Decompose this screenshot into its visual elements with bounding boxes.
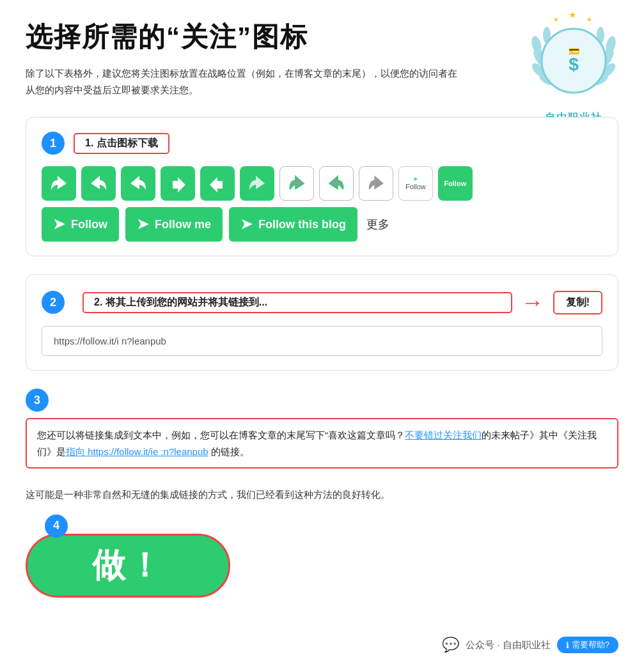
step3-number: 3 — [26, 389, 49, 412]
icon-arrow-1[interactable] — [42, 166, 76, 201]
follow-me-arrow-icon: ➤ — [137, 216, 148, 233]
step4-btn-wrapper: 做！ — [26, 521, 618, 598]
step2-card: 2 2. 将其上传到您的网站并将其链接到... → 复制! https://fo… — [26, 274, 618, 371]
watermark-badge: ★ ★ ★ 💳 $ — [522, 6, 625, 109]
icon-arrow-4[interactable] — [161, 166, 195, 201]
watermark: ★ ★ ★ 💳 $ 自由职业社 ieearn.com — [522, 6, 625, 135]
svg-text:★: ★ — [586, 16, 592, 23]
step3-text-part1: 您还可以将链接集成到文本中，例如，您可以在博客文章的末尾写下“喜欢这篇文章吗？ — [37, 430, 405, 440]
follow-buttons-row: ➤ Follow ➤ Follow me ➤ Follow this blog … — [42, 207, 602, 242]
follow-arrow-icon: ➤ — [53, 216, 65, 233]
help-icon: ℹ — [566, 640, 569, 650]
icon-arrow-5[interactable] — [200, 166, 235, 201]
icon-arrow-3[interactable] — [121, 166, 155, 201]
step2-label: 2. 将其上传到您的网站并将其链接到... — [82, 292, 512, 313]
url-display: https://follow.it/i n?leanpub — [42, 326, 602, 356]
step3-description: 这可能是一种非常自然和无缝的集成链接的方式，我们已经看到这种方法的良好转化。 — [26, 486, 618, 503]
step3-container: 3 您还可以将链接集成到文本中，例如，您可以在博客文章的末尾写下“喜欢这篇文章吗… — [26, 389, 618, 469]
step1-header: 1 1. 点击图标下载 — [42, 132, 602, 155]
step1-card: 1 1. 点击图标下载 — [26, 117, 618, 256]
icon-outline-1[interactable] — [279, 166, 314, 201]
icon-text-follow-2[interactable]: Follow — [438, 166, 473, 201]
svg-text:★: ★ — [553, 16, 559, 23]
follow-blog-button[interactable]: ➤ Follow this blog — [229, 207, 357, 242]
step1-label: 1. 点击图标下载 — [74, 133, 169, 154]
icon-outline-2[interactable] — [319, 166, 354, 201]
step2-number: 2 — [42, 291, 65, 314]
follow-me-button[interactable]: ➤ Follow me — [125, 207, 223, 242]
wechat-icon: 💬 — [442, 637, 459, 653]
svg-text:$: $ — [569, 54, 579, 74]
copy-button[interactable]: 复制! — [553, 291, 602, 314]
icon-arrow-6[interactable] — [240, 166, 274, 201]
icon-arrow-2[interactable] — [81, 166, 116, 201]
help-button[interactable]: ℹ 需要帮助? — [557, 637, 618, 653]
icon-text-follow-1[interactable]: ➤ Follow — [398, 166, 433, 201]
follow-button[interactable]: ➤ Follow — [42, 207, 119, 242]
follow-blog-arrow-icon: ➤ — [240, 216, 252, 233]
wechat-label: 公众号 · 自由职业社 — [466, 639, 551, 651]
step4-number: 4 — [45, 515, 68, 538]
help-label: 需要帮助? — [572, 639, 609, 651]
step3-text-part3: 的链接。 — [208, 446, 249, 457]
svg-text:★: ★ — [569, 10, 577, 20]
bottom-bar: 💬 公众号 · 自由职业社 ℹ 需要帮助? — [442, 637, 618, 653]
icon-outline-3[interactable] — [359, 166, 393, 201]
step4-container: 4 做！ — [26, 521, 618, 598]
icon-grid: ➤ Follow Follow — [42, 166, 602, 201]
step3-link2[interactable]: 指向 https://follow.it/ie :n?leanpub — [66, 446, 208, 457]
more-text[interactable]: 更多 — [366, 217, 389, 232]
arrow-right-icon: → — [521, 289, 544, 316]
page-description: 除了以下表格外，建议您将关注图标放置在战略位置（例如，在博客文章的末尾），以便您… — [26, 65, 460, 98]
step1-number: 1 — [42, 132, 65, 155]
step3-link1[interactable]: 不要错过关注我们 — [405, 430, 482, 440]
do-button[interactable]: 做！ — [26, 534, 230, 598]
step3-text-box: 您还可以将链接集成到文本中，例如，您可以在博客文章的末尾写下“喜欢这篇文章吗？不… — [26, 418, 618, 469]
